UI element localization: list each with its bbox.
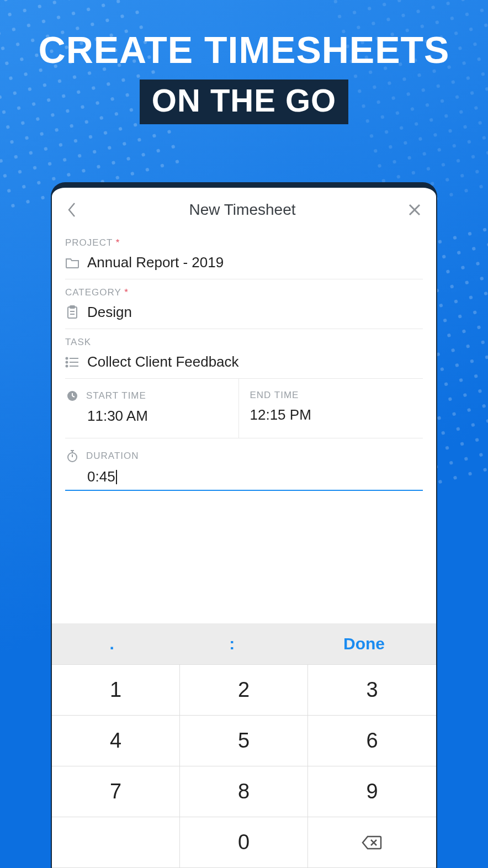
keyboard-grid: 1 2 3 4 5 6 7 8 9 0 [52, 664, 436, 868]
hero-line-2: ON THE GO [152, 82, 336, 118]
required-indicator: * [124, 287, 129, 298]
list-icon [65, 357, 79, 368]
keyboard-dot-key[interactable]: . [52, 623, 172, 664]
keyboard-key-7[interactable]: 7 [52, 766, 180, 817]
project-label: PROJECT * [65, 237, 423, 248]
stopwatch-icon [65, 449, 79, 463]
keyboard-key-5[interactable]: 5 [180, 716, 308, 766]
keyboard-key-4[interactable]: 4 [52, 716, 180, 766]
required-indicator: * [116, 237, 120, 248]
phone-frame: New Timesheet PROJECT * Annual Report - … [51, 182, 437, 868]
svg-point-8 [66, 361, 68, 363]
duration-field[interactable]: DURATION 0:45 [65, 438, 423, 491]
keyboard-key-9[interactable]: 9 [308, 766, 436, 817]
text-cursor [116, 470, 117, 484]
start-time-label: START TIME [86, 390, 146, 401]
timesheet-form: PROJECT * Annual Report - 2019 CATEGORY … [52, 230, 436, 491]
task-value: Collect Client Feedback [87, 353, 239, 371]
svg-point-10 [66, 365, 68, 367]
keyboard-key-0[interactable]: 0 [180, 817, 308, 868]
numeric-keyboard: . : Done 1 2 3 4 5 6 7 8 9 0 [52, 623, 436, 868]
keyboard-key-empty [52, 817, 180, 868]
category-field[interactable]: CATEGORY * Design [65, 279, 423, 329]
back-button[interactable] [66, 201, 77, 219]
hero-line-2-highlight: ON THE GO [140, 80, 348, 124]
start-time-value: 11:30 AM [87, 407, 238, 425]
time-row: START TIME 11:30 AM END TIME 12:15 PM [65, 379, 423, 438]
screen-title: New Timesheet [189, 201, 296, 219]
folder-icon [65, 257, 79, 269]
start-time-field[interactable]: START TIME 11:30 AM [65, 379, 238, 438]
category-label-text: CATEGORY [65, 287, 121, 298]
screen-header: New Timesheet [52, 188, 436, 230]
task-field[interactable]: TASK Collect Client Feedback [65, 329, 423, 379]
task-label: TASK [65, 337, 423, 348]
hero-banner: CREATE TIMESHEETS ON THE GO [0, 30, 488, 124]
project-field[interactable]: PROJECT * Annual Report - 2019 [65, 230, 423, 279]
hero-line-1: CREATE TIMESHEETS [0, 30, 488, 70]
keyboard-key-6[interactable]: 6 [308, 716, 436, 766]
clipboard-icon [65, 305, 79, 320]
keyboard-key-1[interactable]: 1 [52, 665, 180, 716]
keyboard-toolbar: . : Done [52, 623, 436, 664]
category-label: CATEGORY * [65, 287, 423, 298]
category-value: Design [87, 304, 132, 321]
close-button[interactable] [407, 203, 422, 217]
keyboard-key-2[interactable]: 2 [180, 665, 308, 716]
keyboard-backspace-key[interactable] [308, 817, 436, 868]
keyboard-key-3[interactable]: 3 [308, 665, 436, 716]
end-time-value: 12:15 PM [250, 406, 423, 424]
duration-input[interactable]: 0:45 [65, 468, 423, 491]
duration-label: DURATION [86, 451, 139, 462]
keyboard-done-button[interactable]: Done [292, 623, 436, 664]
clock-icon [65, 390, 79, 402]
end-time-label: END TIME [250, 390, 299, 401]
project-value: Annual Report - 2019 [87, 254, 224, 271]
backspace-icon [361, 835, 383, 850]
keyboard-colon-key[interactable]: : [172, 623, 293, 664]
close-icon [407, 203, 422, 217]
project-label-text: PROJECT [65, 237, 113, 248]
duration-value: 0:45 [87, 468, 115, 485]
end-time-field[interactable]: END TIME 12:15 PM [238, 379, 423, 438]
keyboard-key-8[interactable]: 8 [180, 766, 308, 817]
chevron-left-icon [66, 201, 77, 219]
svg-point-6 [66, 357, 68, 359]
